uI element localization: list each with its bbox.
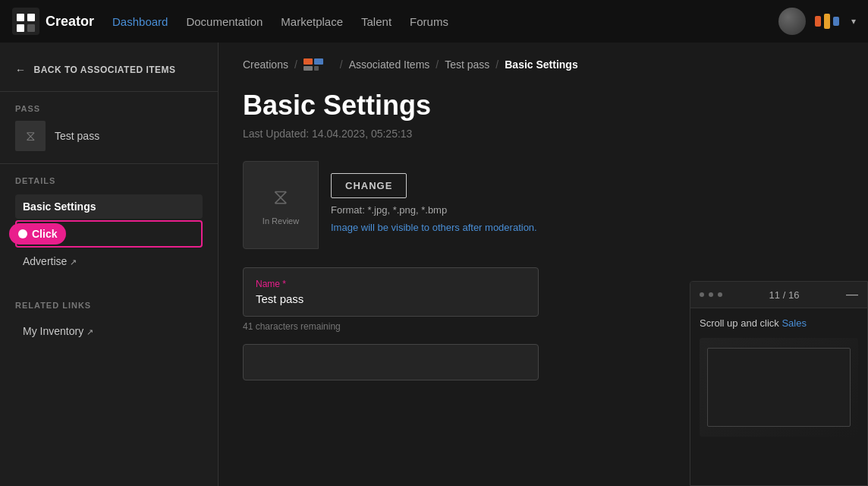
tooltip-progress: 11 / 16 bbox=[769, 289, 800, 301]
pass-section: PASS ⧖ Test pass bbox=[0, 92, 218, 164]
svg-rect-1 bbox=[17, 14, 24, 21]
breadcrumb-sep-1: / bbox=[294, 58, 297, 71]
dot-2 bbox=[709, 292, 713, 297]
avatar[interactable] bbox=[778, 8, 806, 35]
last-updated: Last Updated: 14.04.2023, 05:25:13 bbox=[243, 128, 844, 140]
related-items-list: My Inventory ↗ bbox=[15, 319, 203, 343]
format-text: Format: *.jpg, *.png, *.bmp bbox=[331, 204, 537, 216]
nav-talent[interactable]: Talent bbox=[361, 15, 392, 28]
logo-icon bbox=[12, 8, 39, 35]
moderation-text: Image will be visible to others after mo… bbox=[331, 222, 537, 233]
external-link-icon: ↗ bbox=[70, 257, 77, 267]
image-section: ⧖ In Review CHANGE Format: *.jpg, *.png,… bbox=[243, 161, 844, 249]
details-section: DETAILS Basic Settings Sales Click Adver… bbox=[0, 164, 218, 286]
svg-rect-4 bbox=[27, 24, 35, 32]
sidebar-item-my-inventory[interactable]: My Inventory ↗ bbox=[15, 319, 203, 343]
name-field[interactable]: Name * Test pass bbox=[243, 267, 539, 317]
pass-name: Test pass bbox=[55, 130, 99, 142]
moderation-text-part2: be visible to others after moderation. bbox=[375, 222, 537, 233]
back-arrow-icon: ← bbox=[15, 64, 27, 76]
breadcrumb-test-pass[interactable]: Test pass bbox=[445, 58, 489, 71]
back-to-associated-items-button[interactable]: ← BACK TO ASSOCIATED ITEMS bbox=[0, 43, 218, 92]
hourglass-icon: ⧖ bbox=[273, 185, 288, 210]
breadcrumb-icons bbox=[303, 58, 334, 71]
nav-links: Dashboard Documentation Marketplace Tale… bbox=[112, 15, 772, 28]
sidebar: ← BACK TO ASSOCIATED ITEMS PASS ⧖ Test p… bbox=[0, 43, 219, 486]
nav-forums[interactable]: Forums bbox=[410, 15, 448, 28]
sidebar-item-my-inventory-label: My Inventory bbox=[23, 325, 83, 337]
tooltip-dots bbox=[700, 292, 722, 297]
breadcrumb-sep-4: / bbox=[495, 58, 498, 71]
image-preview: ⧖ In Review bbox=[243, 161, 319, 249]
tooltip-text: Scroll up and click Sales bbox=[700, 317, 858, 329]
sidebar-item-basic-settings-label: Basic Settings bbox=[23, 200, 96, 213]
nav-dashboard[interactable]: Dashboard bbox=[112, 15, 168, 28]
top-navigation: Creator Dashboard Documentation Marketpl… bbox=[0, 0, 868, 43]
bottom-card bbox=[243, 344, 539, 380]
change-image-button[interactable]: CHANGE bbox=[331, 173, 407, 198]
stat-bar-3 bbox=[833, 17, 839, 26]
svg-rect-7 bbox=[303, 66, 313, 71]
name-label: Name * bbox=[256, 279, 526, 289]
tooltip-popup: 11 / 16 — Scroll up and click Sales bbox=[690, 281, 868, 486]
moderation-text-part1: Image bbox=[331, 222, 361, 233]
moderation-will: will bbox=[361, 222, 375, 233]
nav-documentation[interactable]: Documentation bbox=[186, 15, 263, 28]
svg-rect-0 bbox=[12, 8, 39, 35]
sidebar-item-sales[interactable]: Sales Click bbox=[15, 220, 203, 248]
breadcrumb-creations[interactable]: Creations bbox=[243, 58, 288, 71]
breadcrumb-sep-3: / bbox=[436, 58, 439, 71]
svg-rect-2 bbox=[27, 14, 35, 21]
back-label: BACK TO ASSOCIATED ITEMS bbox=[34, 65, 176, 75]
svg-rect-3 bbox=[17, 24, 24, 32]
sidebar-item-basic-settings[interactable]: Basic Settings bbox=[15, 194, 203, 219]
stats-icons bbox=[815, 14, 839, 29]
required-asterisk: * bbox=[280, 279, 286, 289]
tooltip-body: Scroll up and click Sales bbox=[690, 308, 867, 446]
breadcrumb-sep-2: / bbox=[340, 58, 343, 71]
stat-bar-2 bbox=[824, 14, 830, 29]
tooltip-sales-link[interactable]: Sales bbox=[782, 317, 807, 329]
breadcrumb: Creations / / Associated Items / Test pa… bbox=[243, 58, 844, 71]
tooltip-header: 11 / 16 — bbox=[690, 282, 867, 308]
name-value: Test pass bbox=[256, 292, 526, 305]
in-review-label: In Review bbox=[263, 216, 299, 226]
tooltip-ss-inner bbox=[700, 338, 858, 437]
details-items-list: Basic Settings Sales Click Advertise ↗ bbox=[15, 194, 203, 273]
tooltip-screenshot bbox=[700, 338, 858, 437]
tooltip-close-button[interactable]: — bbox=[846, 288, 858, 301]
page-title: Basic Settings bbox=[243, 90, 844, 122]
app-title: Creator bbox=[46, 14, 94, 30]
related-links-label: RELATED LINKS bbox=[15, 301, 203, 310]
tooltip-text-content: Scroll up and click bbox=[700, 317, 782, 329]
nav-marketplace[interactable]: Marketplace bbox=[281, 15, 343, 28]
svg-rect-5 bbox=[303, 58, 313, 65]
sidebar-item-advertise-label: Advertise bbox=[23, 255, 67, 267]
click-indicator: Click bbox=[9, 223, 66, 245]
click-dot bbox=[18, 229, 27, 238]
nav-right: ▾ bbox=[778, 8, 856, 35]
click-label: Click bbox=[32, 228, 57, 240]
tooltip-ss-mini bbox=[707, 348, 850, 427]
pass-thumbnail: ⧖ bbox=[15, 121, 46, 151]
breadcrumb-creation-icon bbox=[303, 58, 334, 71]
stat-bar-1 bbox=[815, 16, 821, 27]
external-link-icon-inventory: ↗ bbox=[86, 327, 93, 336]
pass-item: ⧖ Test pass bbox=[15, 121, 203, 151]
image-controls: CHANGE Format: *.jpg, *.png, *.bmp Image… bbox=[319, 161, 549, 245]
details-label: DETAILS bbox=[15, 176, 203, 185]
dot-3 bbox=[718, 292, 722, 297]
svg-rect-8 bbox=[314, 66, 319, 71]
breadcrumb-associated-items[interactable]: Associated Items bbox=[349, 58, 430, 71]
related-links-section: RELATED LINKS My Inventory ↗ bbox=[0, 292, 218, 352]
chevron-down-icon[interactable]: ▾ bbox=[851, 16, 856, 27]
breadcrumb-current: Basic Settings bbox=[505, 58, 577, 71]
pass-section-label: PASS bbox=[15, 104, 203, 113]
dot-1 bbox=[700, 292, 704, 297]
svg-rect-6 bbox=[314, 58, 323, 65]
sidebar-item-advertise[interactable]: Advertise ↗ bbox=[15, 249, 203, 273]
logo-area[interactable]: Creator bbox=[12, 8, 94, 35]
